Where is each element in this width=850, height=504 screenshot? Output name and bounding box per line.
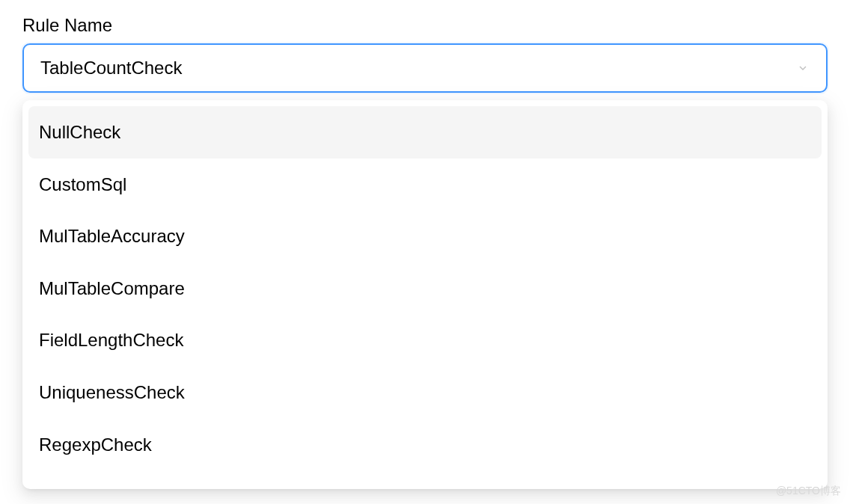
dropdown-option-fieldlengthcheck[interactable]: FieldLengthCheck [28,314,822,366]
option-label: CustomSql [39,174,126,194]
select-value: TableCountCheck [40,58,182,79]
option-label: MulTableCompare [39,278,185,298]
dropdown-option-uniquenesscheck[interactable]: UniquenessCheck [28,366,822,419]
option-label: TimelinessCheck [39,486,175,489]
dropdown-panel: NullCheck CustomSql MulTableAccuracy Mul… [22,100,828,489]
option-label: NullCheck [39,122,120,142]
option-label: FieldLengthCheck [39,330,183,350]
option-label: MulTableAccuracy [39,226,185,246]
dropdown-option-regexpcheck[interactable]: RegexpCheck [28,419,822,471]
select-container: TableCountCheck NullCheck CustomSql MulT… [22,43,828,93]
field-label: Rule Name [22,15,828,36]
dropdown-option-nullcheck[interactable]: NullCheck [28,106,822,159]
option-label: RegexpCheck [39,434,152,455]
rule-name-select[interactable]: TableCountCheck [22,43,828,93]
dropdown-option-customsql[interactable]: CustomSql [28,159,822,211]
dropdown-option-timelinesscheck[interactable]: TimelinessCheck [28,470,822,489]
dropdown-option-multableaccuracy[interactable]: MulTableAccuracy [28,210,822,262]
chevron-down-icon [796,61,810,75]
dropdown-option-multablecompare[interactable]: MulTableCompare [28,262,822,315]
option-label: UniquenessCheck [39,382,185,402]
